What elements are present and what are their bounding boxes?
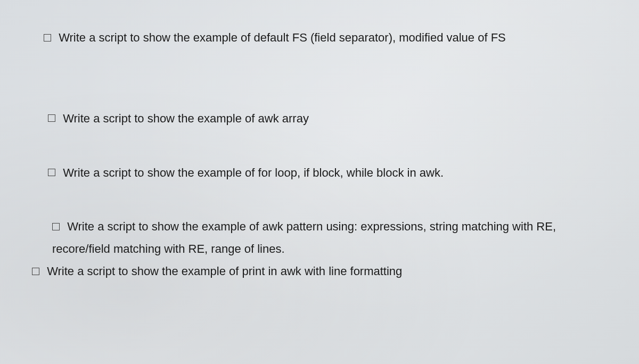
checkbox-icon xyxy=(52,223,60,230)
item-text: Write a script to show the example of de… xyxy=(59,31,506,44)
list-item: Write a script to show the example of aw… xyxy=(52,216,602,260)
list-item: Write a script to show the example of aw… xyxy=(48,107,602,130)
item-text: Write a script to show the example of aw… xyxy=(63,112,309,125)
checkbox-icon xyxy=(48,169,55,176)
list-item: Write a script to show the example of de… xyxy=(44,27,602,49)
list-item: Write a script to show the example of fo… xyxy=(48,162,602,184)
checkbox-icon xyxy=(32,268,39,275)
checkbox-icon xyxy=(44,34,51,42)
item-text: Write a script to show the example of fo… xyxy=(63,166,444,179)
item-text: Write a script to show the example of pr… xyxy=(47,264,402,278)
checkbox-icon xyxy=(48,114,55,122)
list-item: Write a script to show the example of pr… xyxy=(32,260,602,283)
item-text: Write a script to show the example of aw… xyxy=(52,220,556,255)
